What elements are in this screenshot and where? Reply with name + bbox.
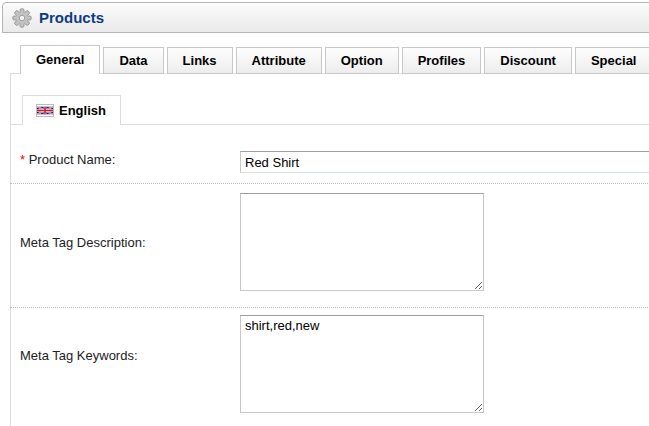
product-tabs: General Data Links Attribute Option Prof…	[20, 45, 649, 74]
page-title: Products	[39, 9, 104, 26]
meta-keywords-label: Meta Tag Keywords:	[20, 348, 138, 363]
meta-keywords-textarea[interactable]: shirt,red,new	[240, 315, 484, 413]
tab-data[interactable]: Data	[103, 47, 163, 74]
tab-option[interactable]: Option	[325, 47, 399, 74]
page-heading-bar: Products	[2, 2, 649, 33]
products-edit-page: Products General Data Links Attribute Op…	[0, 0, 649, 426]
gear-icon	[12, 8, 32, 28]
meta-description-textarea[interactable]	[240, 193, 484, 291]
language-tab-label: English	[59, 103, 106, 118]
tab-special[interactable]: Special	[575, 47, 649, 74]
tab-profiles[interactable]: Profiles	[402, 47, 482, 74]
uk-flag-icon	[37, 105, 53, 116]
meta-description-label: Meta Tag Description:	[20, 235, 146, 250]
tab-links[interactable]: Links	[167, 47, 233, 74]
tab-discount[interactable]: Discount	[484, 47, 572, 74]
row-separator	[10, 183, 649, 184]
product-name-input[interactable]	[240, 151, 649, 173]
required-asterisk: *	[20, 152, 25, 167]
product-name-label: * Product Name:	[20, 152, 115, 167]
tab-general[interactable]: General	[20, 45, 100, 74]
row-separator	[10, 307, 649, 308]
tab-attribute[interactable]: Attribute	[236, 47, 322, 74]
tab-language-english[interactable]: English	[22, 95, 121, 125]
